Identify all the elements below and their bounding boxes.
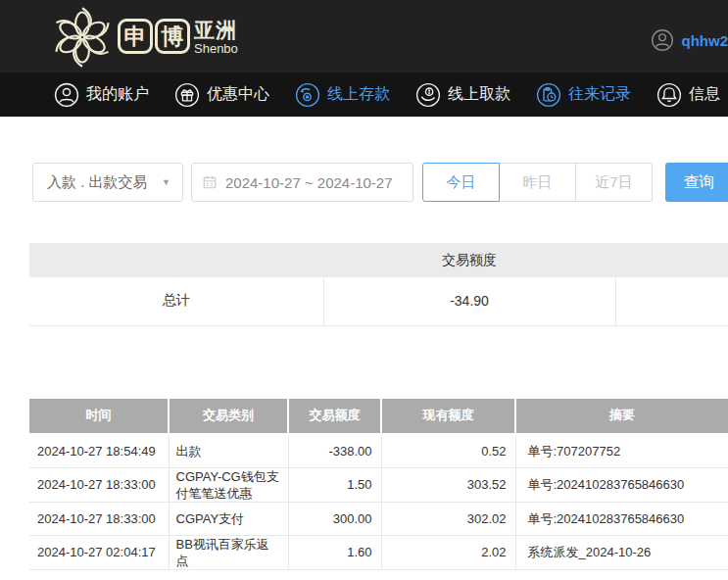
cell-amount: -338.00 [288, 434, 381, 467]
summary-header-label: 交易额度 [323, 243, 615, 277]
calendar-icon [202, 174, 218, 190]
summary-table: 交易额度 总计 -34.90 [29, 243, 728, 326]
nav-label: 信息 [689, 84, 720, 105]
date-range-value: 2024-10-27 ~ 2024-10-27 [225, 174, 393, 191]
page: 申 博 亚洲 Shenbo qhhw2 [0, 0, 728, 580]
transactions-header-row: 时间 交易类别 交易额度 现有额度 摘要 [29, 399, 728, 434]
last-7-days-button[interactable]: 近7日 [575, 163, 653, 202]
cell-note: 单号:707207752 [515, 434, 728, 467]
cell-time: 2024-10-27 18:54:49 [29, 434, 169, 467]
deposit-icon [295, 82, 320, 108]
date-range-picker[interactable]: 2024-10-27 ~ 2024-10-27 [191, 163, 413, 202]
transaction-type-select[interactable]: 入款 . 出款交易 ▼ [32, 163, 183, 202]
col-header-amount: 交易额度 [288, 399, 381, 434]
quick-date-buttons: 今日 昨日 近7日 [422, 163, 653, 202]
user-menu[interactable]: qhhw2 [651, 25, 728, 55]
records-icon [536, 82, 561, 108]
logo-char-shen: 申 [118, 19, 153, 54]
summary-header-row: 交易额度 [29, 243, 728, 277]
top-header: 申 博 亚洲 Shenbo qhhw2 [0, 0, 728, 72]
table-row: 2024-10-27 18:33:00 CGPAY支付 300.00 302.0… [29, 502, 728, 535]
promo-icon [174, 82, 200, 108]
summary-total-label: 总计 [29, 277, 323, 325]
cell-type: BB视讯百家乐返点 [169, 535, 288, 569]
summary-header-spacer [615, 243, 728, 277]
cell-amount: 1.60 [288, 535, 381, 569]
cell-note: 单号:202410283765846630 [515, 502, 728, 535]
main-nav: 我的账户 优惠中心 线上存款 [0, 72, 728, 117]
nav-item-promo-center[interactable]: 优惠中心 [174, 82, 269, 108]
cell-amount: 1.50 [288, 467, 381, 502]
bell-icon [656, 82, 682, 108]
table-row: 2024-10-27 02:04:17 BB视讯百家乐返点 1.60 2.02 … [29, 535, 728, 569]
summary-header-spacer [29, 243, 323, 277]
cell-balance: 303.52 [381, 467, 515, 502]
nav-label: 往来记录 [568, 84, 631, 105]
col-header-type: 交易类别 [169, 399, 288, 434]
username: qhhw2 [682, 32, 728, 49]
summary-empty-cell [615, 277, 728, 325]
table-row: 2024-10-27 18:54:49 出款 -338.00 0.52 单号:7… [29, 434, 728, 467]
withdraw-icon [415, 82, 441, 108]
cell-time: 2024-10-27 02:04:17 [29, 535, 169, 569]
nav-label: 线上取款 [448, 84, 510, 105]
cell-type: CGPAY-CG钱包支付笔笔送优惠 [169, 467, 288, 502]
account-icon [54, 82, 79, 108]
transaction-type-value: 入款 . 出款交易 [47, 173, 148, 192]
nav-label: 优惠中心 [207, 84, 269, 105]
col-header-time: 时间 [29, 399, 169, 434]
nav-label: 线上存款 [327, 84, 390, 105]
transactions-table: 时间 交易类别 交易额度 现有额度 摘要 2024-10-27 18:54:49… [29, 399, 728, 570]
cell-type: 出款 [169, 434, 288, 467]
cell-balance: 0.52 [381, 434, 515, 467]
brand-logo[interactable] [49, 4, 116, 74]
user-avatar-icon [651, 28, 674, 52]
summary-total-value: -34.90 [323, 277, 615, 325]
cell-balance: 2.02 [381, 535, 515, 569]
cell-balance: 302.02 [381, 502, 515, 535]
filter-bar: 入款 . 出款交易 ▼ 2024-10-27 ~ 2024-10-27 今日 昨… [0, 163, 728, 202]
logo-region-text: 亚洲 [194, 17, 237, 44]
today-button[interactable]: 今日 [422, 163, 500, 202]
cell-type: CGPAY支付 [169, 502, 288, 535]
cell-time: 2024-10-27 18:33:00 [29, 467, 169, 502]
nav-item-my-account[interactable]: 我的账户 [54, 82, 149, 108]
col-header-note: 摘要 [515, 399, 728, 434]
logo-char-bo: 博 [155, 19, 190, 54]
cell-note: 系统派发_2024-10-26 [515, 535, 728, 569]
summary-total-row: 总计 -34.90 [29, 277, 728, 325]
query-button[interactable]: 查询 [665, 163, 728, 202]
flower-icon [49, 4, 116, 71]
table-row: 2024-10-27 18:33:00 CGPAY-CG钱包支付笔笔送优惠 1.… [29, 467, 728, 502]
cell-amount: 300.00 [288, 502, 381, 535]
nav-label: 我的账户 [86, 84, 149, 105]
logo-subtitle: Shenbo [194, 41, 238, 56]
cell-time: 2024-10-27 18:33:00 [29, 502, 169, 535]
col-header-balance: 现有额度 [381, 399, 515, 434]
nav-item-transaction-records[interactable]: 往来记录 [536, 82, 631, 108]
nav-item-online-withdraw[interactable]: 线上取款 [415, 82, 510, 108]
chevron-down-icon: ▼ [162, 177, 170, 187]
cell-note: 单号:202410283765846630 [515, 467, 728, 502]
yesterday-button[interactable]: 昨日 [499, 163, 576, 202]
nav-item-messages[interactable]: 信息 [656, 82, 720, 108]
nav-item-online-deposit[interactable]: 线上存款 [295, 82, 390, 108]
